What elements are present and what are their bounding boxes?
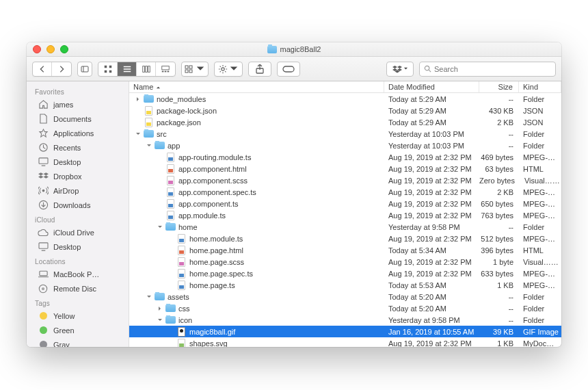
forward-button[interactable] bbox=[52, 62, 71, 76]
file-date: Aug 19, 2019 at 2:32 PM bbox=[384, 188, 479, 196]
disclosure-arrow-icon[interactable] bbox=[135, 131, 142, 138]
disclosure-arrow-icon[interactable] bbox=[146, 142, 152, 149]
share-button[interactable] bbox=[248, 62, 271, 77]
view-buttons bbox=[98, 62, 176, 77]
svg-rect-4 bbox=[104, 70, 107, 73]
file-row[interactable]: package-lock.jsonToday at 5:29 AM430 KBJ… bbox=[129, 105, 561, 116]
folder-icon bbox=[144, 94, 154, 104]
sidebar-item[interactable]: james bbox=[27, 97, 129, 112]
file-kind: HTML bbox=[519, 246, 561, 255]
file-name: node_modules bbox=[157, 95, 206, 103]
sidebar-item[interactable]: Remote Disc bbox=[27, 281, 129, 296]
search-input[interactable] bbox=[434, 65, 551, 73]
back-button[interactable] bbox=[33, 62, 52, 76]
close-button[interactable] bbox=[33, 45, 41, 53]
header-kind[interactable]: Kind bbox=[519, 81, 561, 92]
disclosure-arrow-icon[interactable] bbox=[135, 96, 142, 103]
file-date: Yesterday at 9:58 PM bbox=[384, 316, 479, 324]
file-row[interactable]: srcYesterday at 10:03 PM--Folder bbox=[129, 128, 561, 140]
sidebar-item[interactable]: Yellow bbox=[27, 309, 129, 323]
file-size: 512 bytes bbox=[479, 235, 519, 243]
header-name[interactable]: Name bbox=[129, 81, 384, 92]
sidebar-item[interactable]: Downloads bbox=[27, 198, 129, 212]
arrange-button[interactable] bbox=[181, 62, 209, 77]
file-row[interactable]: app-routing.module.tsAug 19, 2019 at 2:3… bbox=[129, 151, 561, 163]
header-size[interactable]: Size bbox=[479, 81, 519, 92]
file-row[interactable]: app.component.tsAug 19, 2019 at 2:32 PM6… bbox=[129, 198, 561, 209]
dropbox-button[interactable] bbox=[386, 62, 414, 77]
file-name: home.page.ts bbox=[189, 281, 235, 289]
disclosure-arrow-icon bbox=[168, 282, 174, 289]
file-icon bbox=[176, 339, 187, 348]
file-row[interactable]: node_modulesToday at 5:29 AM--Folder bbox=[129, 93, 561, 105]
file-row[interactable]: homeYesterday at 9:58 PM--Folder bbox=[129, 221, 561, 233]
sidebar-item[interactable]: Recents bbox=[27, 140, 129, 155]
file-row[interactable]: iconYesterday at 9:58 PM--Folder bbox=[129, 314, 561, 326]
sidebar-item[interactable]: Documents bbox=[27, 112, 129, 126]
doc-icon bbox=[38, 114, 49, 125]
sidebar-item[interactable]: Desktop bbox=[27, 155, 129, 169]
file-date: Aug 19, 2019 at 2:32 PM bbox=[384, 258, 479, 266]
list-view-button[interactable] bbox=[118, 62, 137, 76]
action-button[interactable] bbox=[214, 62, 243, 77]
file-row[interactable]: assetsToday at 5:20 AM--Folder bbox=[129, 291, 561, 302]
file-date: Today at 5:20 AM bbox=[384, 293, 479, 301]
minimize-button[interactable] bbox=[46, 45, 55, 53]
file-row[interactable]: appYesterday at 10:03 PM--Folder bbox=[129, 140, 561, 151]
header-date[interactable]: Date Modified bbox=[384, 81, 479, 92]
sidebar-toggle[interactable] bbox=[77, 62, 92, 77]
file-row[interactable]: shapes.svgAug 19, 2019 at 2:32 PM1 KBMyD… bbox=[129, 337, 561, 347]
disclosure-arrow-icon[interactable] bbox=[157, 305, 163, 312]
disclosure-arrow-icon[interactable] bbox=[146, 294, 152, 300]
svg-point-35 bbox=[42, 287, 44, 289]
sidebar-item[interactable]: MacBook P… bbox=[27, 267, 129, 281]
file-row[interactable]: app.component.spec.tsAug 19, 2019 at 2:3… bbox=[129, 186, 561, 198]
sidebar-item[interactable]: iCloud Drive bbox=[27, 225, 129, 239]
sidebar-item[interactable]: Dropbox bbox=[27, 169, 129, 183]
svg-rect-19 bbox=[189, 70, 192, 73]
file-row[interactable]: home.page.scssAug 19, 2019 at 2:32 PM1 b… bbox=[129, 256, 561, 268]
search-field[interactable] bbox=[419, 62, 556, 77]
file-size: 633 bytes bbox=[479, 270, 519, 278]
sidebar-item[interactable]: Gray bbox=[27, 337, 129, 347]
file-date: Yesterday at 10:03 PM bbox=[384, 130, 479, 138]
file-row[interactable]: app.module.tsAug 19, 2019 at 2:32 PM763 … bbox=[129, 209, 561, 221]
download-icon bbox=[38, 200, 49, 211]
sidebar-item[interactable]: Desktop bbox=[27, 239, 129, 254]
file-row[interactable]: home.module.tsAug 19, 2019 at 2:32 PM512… bbox=[129, 233, 561, 244]
disclosure-arrow-icon[interactable] bbox=[157, 317, 163, 324]
sidebar-item-label: Applications bbox=[53, 129, 94, 138]
file-size: Zero bytes bbox=[479, 177, 520, 185]
file-size: 650 bytes bbox=[479, 200, 519, 208]
svg-rect-14 bbox=[165, 70, 167, 72]
file-row[interactable]: cssToday at 5:20 AM--Folder bbox=[129, 302, 561, 314]
disclosure-arrow-icon bbox=[157, 177, 163, 184]
zoom-button[interactable] bbox=[60, 45, 68, 53]
file-row[interactable]: home.page.htmlToday at 5:34 AM396 bytesH… bbox=[129, 244, 561, 256]
disc-icon bbox=[38, 283, 49, 294]
file-list[interactable]: node_modulesToday at 5:29 AM--Folderpack… bbox=[129, 93, 561, 347]
disclosure-arrow-icon[interactable] bbox=[157, 224, 163, 231]
icon-view-button[interactable] bbox=[98, 62, 118, 76]
desktop-icon bbox=[38, 157, 49, 168]
sidebar-item[interactable]: Green bbox=[27, 323, 129, 337]
sidebar-item-label: Gray bbox=[53, 341, 70, 348]
file-date: Today at 5:53 AM bbox=[384, 281, 479, 289]
titlebar[interactable]: magic8Ball2 bbox=[27, 42, 561, 57]
file-date: Aug 19, 2019 at 2:32 PM bbox=[384, 270, 479, 278]
file-icon bbox=[176, 269, 187, 278]
sidebar-item[interactable]: Applications bbox=[27, 126, 129, 140]
file-row[interactable]: magic8ball.gifJan 16, 2019 at 10:55 AM39… bbox=[129, 326, 561, 337]
file-row[interactable]: home.page.spec.tsAug 19, 2019 at 2:32 PM… bbox=[129, 268, 561, 279]
file-kind: Visual…ocument bbox=[519, 258, 561, 266]
column-view-button[interactable] bbox=[137, 62, 156, 76]
folder-icon bbox=[155, 292, 165, 302]
file-row[interactable]: package.jsonToday at 5:29 AM2 KBJSON bbox=[129, 116, 561, 128]
file-row[interactable]: app.component.scssAug 19, 2019 at 2:32 P… bbox=[129, 174, 561, 186]
file-row[interactable]: home.page.tsToday at 5:53 AM1 KBMPEG-…St… bbox=[129, 279, 561, 291]
tags-button[interactable] bbox=[277, 62, 300, 77]
file-row[interactable]: app.component.htmlAug 19, 2019 at 2:32 P… bbox=[129, 163, 561, 174]
gallery-view-button[interactable] bbox=[156, 62, 175, 76]
sidebar-item[interactable]: AirDrop bbox=[27, 183, 129, 198]
tag-dot-icon bbox=[38, 311, 49, 322]
